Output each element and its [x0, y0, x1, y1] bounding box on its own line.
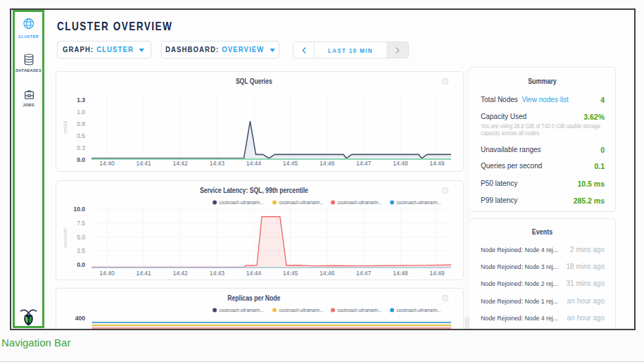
svg-text:0.0: 0.0: [77, 261, 85, 268]
svg-text:1.0: 1.0: [77, 108, 85, 115]
svg-text:14:40: 14:40: [99, 270, 115, 277]
svg-text:14:40: 14:40: [99, 160, 115, 167]
svg-text:count: count: [62, 120, 68, 134]
svg-text:14:44: 14:44: [246, 270, 262, 277]
svg-text:0.8: 0.8: [77, 120, 85, 127]
svg-text:cockroach-ultramarin...: cockroach-ultramarin...: [279, 307, 324, 313]
svg-text:14:49: 14:49: [429, 270, 445, 277]
svg-text:14:43: 14:43: [210, 270, 225, 277]
svg-text:14:46: 14:46: [320, 270, 335, 277]
svg-text:14:41: 14:41: [136, 270, 151, 277]
svg-text:14:43: 14:43: [210, 160, 225, 167]
svg-text:cockroach-ultramarin...: cockroach-ultramarin...: [397, 307, 441, 313]
svg-text:14:45: 14:45: [283, 270, 298, 277]
svg-text:7.5: 7.5: [77, 220, 85, 227]
svg-text:0.0: 0.0: [77, 156, 85, 163]
svg-text:14:48: 14:48: [393, 160, 408, 167]
svg-text:1.3: 1.3: [77, 96, 85, 103]
svg-text:14:42: 14:42: [173, 160, 189, 167]
svg-text:cockroach-ultramarin...: cockroach-ultramarin...: [220, 199, 264, 206]
svg-text:14:42: 14:42: [173, 270, 189, 277]
svg-text:0.5: 0.5: [77, 132, 85, 139]
svg-text:14:44: 14:44: [246, 160, 262, 167]
svg-text:cockroach-ultramarin...: cockroach-ultramarin...: [338, 307, 382, 313]
svg-text:2.5: 2.5: [77, 247, 85, 254]
svg-text:400: 400: [75, 315, 85, 322]
svg-text:seconds: seconds: [62, 228, 68, 248]
svg-text:cockroach-ultramarin...: cockroach-ultramarin...: [338, 199, 382, 206]
svg-text:14:48: 14:48: [393, 270, 408, 277]
svg-text:14:46: 14:46: [320, 160, 335, 167]
svg-text:14:49: 14:49: [429, 160, 445, 167]
svg-text:cockroach-ultramarin...: cockroach-ultramarin...: [279, 199, 324, 206]
svg-text:cockroach-ultramarin...: cockroach-ultramarin...: [397, 199, 441, 206]
svg-text:0.3: 0.3: [77, 144, 85, 151]
svg-text:10.0: 10.0: [73, 206, 85, 213]
svg-text:5.0: 5.0: [77, 234, 85, 241]
svg-text:14:47: 14:47: [356, 160, 372, 167]
svg-text:14:41: 14:41: [136, 160, 151, 167]
svg-text:cockroach-ultramarin...: cockroach-ultramarin...: [220, 307, 264, 313]
svg-text:14:47: 14:47: [356, 270, 372, 277]
svg-text:14:45: 14:45: [283, 160, 298, 167]
